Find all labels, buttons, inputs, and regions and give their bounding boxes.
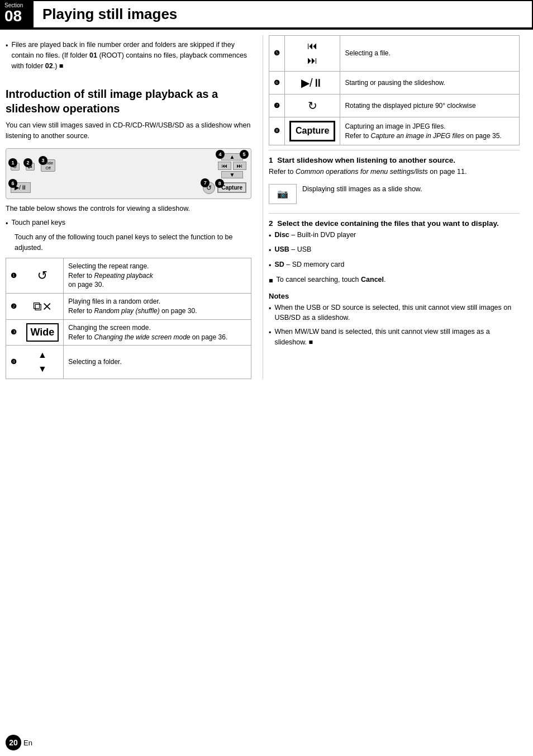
language-label: En	[23, 739, 32, 747]
section-2-heading: 2 Select the device containing the files…	[269, 219, 520, 228]
note-1: • When the USB or SD source is selected,…	[269, 303, 520, 324]
section-1-heading: 1 Start slideshow when listening to anot…	[269, 156, 520, 164]
right-ctrl-icon-8: Capture	[285, 117, 340, 145]
ctrl-desc-1: Selecting the repeat range. Refer to Rep…	[64, 258, 251, 293]
ctrl-icon-4: ▲ ▼	[22, 346, 64, 379]
repeat-icon: ↻	[37, 267, 47, 285]
bullet-text: Files are played back in file number ord…	[11, 40, 251, 71]
right-ctrl-num-6: ❻	[269, 72, 285, 94]
page-header: Section 08 Playing still images	[0, 0, 533, 30]
disc-item: • Disc – Built-in DVD player	[269, 230, 520, 242]
right-ctrl-desc-7: Rotating the displayed picture 90° clock…	[340, 94, 520, 117]
table-row: ❷ ⧉⨯ Playing files in a random order. Re…	[6, 294, 251, 320]
table-row: ❹ ▲ ▼ Selecting a folder.	[6, 346, 251, 379]
section-1-icon-desc: Displaying still images as a slide show.	[302, 184, 422, 195]
diag-skip-back-btn[interactable]: ⏮	[218, 162, 231, 170]
diag-nav-group: 5 4 ▲ ⏮ ⏭ ▼	[218, 153, 246, 178]
diag-nav-row: ⏮ ⏭	[218, 162, 246, 170]
capture-icon: Capture	[289, 121, 335, 141]
right-ctrl-desc-5: Selecting a file.	[340, 36, 520, 72]
note-2: • When MW/LW band is selected, this unit…	[269, 327, 520, 348]
diagram-bottom-row: 6 ▶/⏸ 7 ↺ 8 Capture	[11, 182, 246, 194]
ctrl-icon-1: ↻	[22, 258, 64, 293]
arrow-down-icon: ▼	[38, 363, 47, 375]
table-row: ❺ ⏮ ⏭ Selecting a file.	[269, 36, 520, 72]
intro-text: You can view still images saved in CD-R/…	[6, 120, 251, 141]
ctrl-desc-2: Playing files in a random order. Refer t…	[64, 294, 251, 320]
circle-4: 4	[216, 150, 225, 159]
rotate-icon: ↻	[308, 100, 317, 112]
skip-icon: ⏮ ⏭	[289, 39, 335, 68]
ctrl-desc-3: Changing the screen mode. Refer to Chang…	[64, 319, 251, 346]
ctrl-num-2: ❷	[6, 294, 22, 320]
table-row: ❶ ↻ Selecting the repeat range. Refer to…	[6, 258, 251, 293]
shuffle-icon: ⧉⨯	[33, 299, 52, 313]
table-intro-text: The table below shows the controls for v…	[6, 204, 251, 214]
diag-right-btns: 7 ↺ 8 Capture	[203, 182, 246, 194]
ctrl-desc-4: Selecting a folder.	[64, 346, 251, 379]
table-row: ❼ ↻ Rotating the displayed picture 90° c…	[269, 94, 520, 117]
right-ctrl-num-8: ❽	[269, 117, 285, 145]
section-1: 1 Start slideshow when listening to anot…	[269, 156, 520, 207]
page-footer: 20 En	[6, 735, 32, 750]
right-ctrl-icon-5: ⏮ ⏭	[285, 36, 340, 72]
page-number: 20	[6, 735, 21, 750]
sd-item: • SD – SD memory card	[269, 259, 520, 271]
page-title: Playing still images	[34, 0, 533, 29]
section-1-num: 1	[269, 156, 273, 164]
section-1-text: Refer to Common operations for menu sett…	[269, 167, 520, 177]
table-row: ❻ ▶/⏸ Starting or pausing the slideshow.	[269, 72, 520, 94]
play-pause-icon: ▶/⏸	[301, 77, 324, 89]
wide-icon: Wide	[26, 323, 59, 342]
circle-2: 2	[23, 158, 32, 167]
divider-1	[269, 150, 520, 150]
section-1-icon-row: 📷 Displaying still images as a slide sho…	[269, 181, 520, 207]
right-ctrl-icon-6: ▶/⏸	[285, 72, 340, 94]
section-box: Section 08	[0, 0, 34, 29]
divider-2	[269, 213, 520, 214]
usb-item: • USB – USB	[269, 244, 520, 256]
slideshow-icon-box: 📷	[269, 184, 297, 204]
touch-panel-label: • Touch panel keys	[6, 218, 251, 229]
main-content: • Files are played back in file number o…	[0, 35, 533, 379]
right-column: ❺ ⏮ ⏭ Selecting a file. ❻ ▶/⏸ Sta	[263, 35, 520, 379]
table-row: ❽ Capture Capturing an image in JPEG fil…	[269, 117, 520, 145]
ctrl-icon-3: Wide	[22, 319, 64, 346]
right-ctrl-num-5: ❺	[269, 36, 285, 72]
right-controls-table: ❺ ⏮ ⏭ Selecting a file. ❻ ▶/⏸ Sta	[269, 35, 520, 145]
bullet-dot: •	[6, 41, 8, 71]
arrows-icon: ▲ ▼	[26, 349, 59, 375]
camera-icon: 📷	[277, 188, 288, 199]
arrow-up-icon: ▲	[38, 349, 47, 361]
table-row: ❸ Wide Changing the screen mode. Refer t…	[6, 319, 251, 346]
ctrl-num-1: ❶	[6, 258, 22, 293]
right-ctrl-num-7: ❼	[269, 94, 285, 117]
circle-1: 1	[8, 158, 17, 167]
circle-5: 5	[240, 150, 249, 159]
bullet-section: • Files are played back in file number o…	[6, 35, 251, 79]
notes-section: Notes • When the USB or SD source is sel…	[269, 292, 520, 348]
touch-panel-text: Touch any of the following touch panel k…	[6, 232, 251, 253]
ctrl-num-4: ❹	[6, 346, 22, 379]
intro-heading: Introduction of still image playback as …	[6, 87, 251, 116]
section-number: 08	[4, 8, 29, 24]
right-ctrl-desc-8: Capturing an image in JPEG files. Refer …	[340, 117, 520, 145]
cancel-item: ■ To cancel searching, touch Cancel.	[269, 275, 520, 286]
section-2: 2 Select the device containing the files…	[269, 219, 520, 286]
skip-back-icon: ⏮	[307, 39, 317, 53]
ctrl-icon-2: ⧉⨯	[22, 294, 64, 320]
right-ctrl-icon-7: ↻	[285, 94, 340, 117]
diag-skip-fwd-btn[interactable]: ⏭	[233, 162, 246, 170]
skip-fwd-icon: ⏭	[307, 54, 317, 68]
circle-7: 7	[201, 178, 210, 187]
ctrl-num-3: ❸	[6, 319, 22, 346]
diag-down-btn[interactable]: ▼	[221, 171, 244, 178]
controls-table: ❶ ↻ Selecting the repeat range. Refer to…	[6, 258, 251, 379]
notes-heading: Notes	[269, 292, 520, 300]
left-column: • Files are played back in file number o…	[6, 35, 263, 379]
device-diagram: 1 ↺ 2 ⇄ 3 WideOff 5 4 ▲	[6, 148, 251, 199]
diagram-top-row: 1 ↺ 2 ⇄ 3 WideOff 5 4 ▲	[11, 153, 246, 178]
bullet-item: • Files are played back in file number o…	[6, 40, 251, 71]
right-ctrl-desc-6: Starting or pausing the slideshow.	[340, 72, 520, 94]
